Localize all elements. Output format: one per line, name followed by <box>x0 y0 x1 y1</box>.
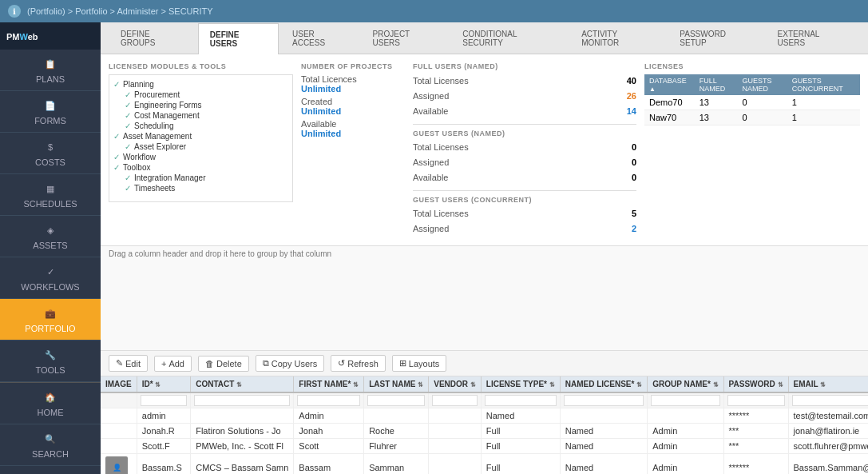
tools-icon: 🔧 <box>42 347 58 363</box>
tab-define-groups[interactable]: DEFINE GROUPS <box>109 22 196 54</box>
module-item: ✓ Asset Management <box>113 131 288 141</box>
avatar: 👤 <box>105 456 128 474</box>
cell-first_name: Jonah <box>294 424 364 439</box>
avatar-cell: 👤 <box>101 454 137 475</box>
sidebar-item-portfolio[interactable]: 💼 PORTFOLIO <box>0 299 101 341</box>
refresh-button[interactable]: ↺ Refresh <box>331 355 386 372</box>
col-license-type[interactable]: LICENSE TYPE* ⇅ <box>481 376 560 392</box>
col-id[interactable]: ID* ⇅ <box>137 376 190 392</box>
table-row[interactable]: Jonah.RFlatiron Solutions - JoJonahRoche… <box>101 424 868 439</box>
info-icon: ℹ <box>8 5 21 18</box>
col-group-name[interactable]: GROUP NAME* ⇅ <box>648 376 723 392</box>
filter-named-license[interactable] <box>564 395 644 406</box>
sidebar-item-costs[interactable]: $ COSTS <box>0 133 101 174</box>
cell-id: Jonah.R <box>137 424 190 439</box>
col-named-license[interactable]: NAMED LICENSE* ⇅ <box>560 376 647 392</box>
cell-id: admin <box>137 408 190 424</box>
filter-license-type[interactable] <box>485 395 557 406</box>
guest-stat-available: Available 0 <box>413 171 636 184</box>
drag-hint: Drag a column header and drop it here to… <box>101 246 868 351</box>
plans-icon: 📋 <box>42 56 58 72</box>
sidebar-item-forms[interactable]: 📄 FORMS <box>0 91 101 133</box>
filter-first-name[interactable] <box>297 395 360 406</box>
tab-define-users[interactable]: DEFINE USERS <box>198 23 279 54</box>
col-image: IMAGE <box>101 376 137 392</box>
col-last-name[interactable]: LAST NAME ⇅ <box>364 376 429 392</box>
sidebar-item-label: PORTFOLIO <box>25 324 75 333</box>
tab-password-setup[interactable]: PASSWORD SETUP <box>668 22 763 54</box>
add-icon: + <box>161 359 166 368</box>
tab-project-users[interactable]: PROJECT USERS <box>361 22 450 54</box>
full-users-title: FULL USERS (NAMED) <box>413 62 636 70</box>
cell-vendor <box>429 454 482 475</box>
sidebar-item-tools[interactable]: 🔧 TOOLS <box>0 341 101 382</box>
home-icon: 🏠 <box>42 389 58 405</box>
sidebar-item-assets[interactable]: ◈ ASSETS <box>0 216 101 257</box>
licenses-panel: LICENSES DATABASE ▲ FULL NAMED GUESTS NA… <box>644 62 860 237</box>
sidebar-item-label: HOME <box>38 408 64 417</box>
cell-group_name: Admin <box>648 439 723 454</box>
sidebar-item-schedules[interactable]: ▦ SCHEDULES <box>0 174 101 216</box>
licenses-title: LICENSES <box>644 62 860 70</box>
user-stat-assigned: Assigned 26 <box>413 90 636 102</box>
module-item: ✓ Toolbox <box>113 162 288 173</box>
col-first-name[interactable]: FIRST NAME* ⇅ <box>294 376 364 392</box>
layouts-button[interactable]: ⊞ Layouts <box>392 355 447 372</box>
edit-button[interactable]: ✎ Edit <box>109 355 148 372</box>
project-row: Created Unlimited <box>301 97 405 116</box>
cell-vendor <box>429 424 482 439</box>
modules-title: LICENSED MODULES & TOOLS <box>109 62 293 70</box>
col-vendor[interactable]: VENDOR ⇅ <box>429 376 482 392</box>
cell-vendor <box>429 408 482 424</box>
filter-contact[interactable] <box>194 395 290 406</box>
search-icon: 🔍 <box>42 431 58 447</box>
copy-users-button[interactable]: ⧉ Copy Users <box>256 355 324 372</box>
avatar-cell <box>101 408 137 424</box>
projects-panel: NUMBER OF PROJECTS Total Licences Unlimi… <box>301 62 405 237</box>
cell-email: test@testemail.com <box>788 408 868 424</box>
cell-id: Bassam.S <box>137 454 190 475</box>
sidebar-item-search[interactable]: 🔍 SEARCH <box>0 424 101 466</box>
portfolio-icon: 💼 <box>42 305 58 321</box>
sidebar-item-workflows[interactable]: ✓ WORKFLOWS <box>0 257 101 299</box>
sidebar-item-label: FORMS <box>34 116 66 125</box>
cell-last_name <box>364 408 429 424</box>
col-email[interactable]: EMAIL ⇅ <box>788 376 868 392</box>
filter-group-name[interactable] <box>651 395 719 406</box>
cell-password: *** <box>723 439 788 454</box>
col-full-named: FULL NAMED <box>695 74 738 95</box>
cell-first_name: Admin <box>294 408 364 424</box>
gc-stat-total: Total Licenses 5 <box>413 207 636 220</box>
table-row[interactable]: adminAdminNamed******test@testemail.com <box>101 408 868 424</box>
cell-contact <box>191 408 294 424</box>
sidebar-item-home[interactable]: 🏠 HOME <box>0 382 101 424</box>
tab-external-users[interactable]: EXTERNAL USERS <box>766 22 858 54</box>
col-guests-concurrent: GUESTS CONCURRENT <box>787 74 860 95</box>
col-contact[interactable]: CONTACT ⇅ <box>191 376 294 392</box>
filter-email[interactable] <box>792 395 869 406</box>
filter-password[interactable] <box>727 395 785 406</box>
filter-id[interactable] <box>141 395 187 406</box>
col-password[interactable]: PASSWORD ⇅ <box>723 376 788 392</box>
table-row[interactable]: 👤Bassam.SCMCS – Bassam SamnBassamSammanF… <box>101 454 868 475</box>
cell-vendor <box>429 439 482 454</box>
table-row[interactable]: Scott.FPMWeb, Inc. - Scott FlScottFluhre… <box>101 439 868 454</box>
tab-activity-monitor[interactable]: ACTIVITY MONITOR <box>569 22 666 54</box>
licenses-table: DATABASE ▲ FULL NAMED GUESTS NAMED GUEST… <box>644 74 860 125</box>
tab-user-access[interactable]: USER ACCESS <box>280 22 359 54</box>
sidebar-item-plans[interactable]: 📋 PLANS <box>0 50 101 91</box>
module-item: ✓ Cost Management <box>125 110 288 121</box>
delete-button[interactable]: 🗑 Delete <box>198 356 249 372</box>
filter-vendor[interactable] <box>432 395 478 406</box>
filter-row <box>101 392 868 408</box>
sidebar-item-recent[interactable]: 🕐 RECENT <box>0 466 101 474</box>
add-button[interactable]: + Add <box>154 356 192 372</box>
data-table-wrap[interactable]: IMAGE ID* ⇅ CONTACT ⇅ FIRST NAME* ⇅ LAST… <box>101 376 868 474</box>
filter-last-name[interactable] <box>367 395 425 406</box>
cell-license_type: Named <box>481 408 560 424</box>
cell-last_name: Roche <box>364 424 429 439</box>
module-item: ✓ Scheduling <box>125 121 288 131</box>
tab-conditional-security[interactable]: CONDITIONAL SECURITY <box>450 22 568 54</box>
data-table: IMAGE ID* ⇅ CONTACT ⇅ FIRST NAME* ⇅ LAST… <box>101 376 868 474</box>
sidebar-item-label: ASSETS <box>33 241 67 250</box>
